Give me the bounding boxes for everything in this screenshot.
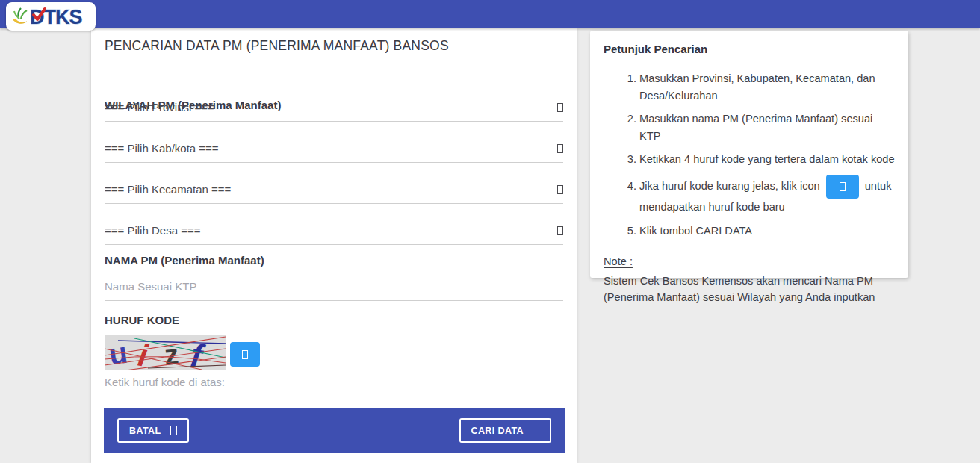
dropdown-caret-icon (557, 144, 563, 153)
logo-leaf-2 (21, 10, 27, 19)
top-navbar: DTKS (0, 0, 980, 28)
step-text: Klik tombol CARI DATA (639, 225, 752, 237)
captcha-code-input[interactable] (105, 370, 444, 394)
captcha-letter-3: z (163, 338, 180, 370)
captcha-image: u i z f (105, 335, 226, 370)
nama-pm-input[interactable] (105, 273, 563, 301)
instruction-step: Masukkan nama PM (Penerima Manfaat) sesu… (639, 111, 895, 144)
instructions-steps: Masukkan Provinsi, Kabupaten, Kecamatan,… (604, 70, 895, 239)
dropdown-caret-icon (557, 103, 563, 112)
dtks-logo-image: DTKS (9, 4, 93, 29)
cari-data-button[interactable]: CARI DATA (459, 418, 552, 443)
refresh-icon (840, 182, 846, 191)
logo-hand-shape (13, 19, 27, 24)
instructions-card: Petunjuk Pencarian Masukkan Provinsi, Ka… (590, 31, 908, 278)
captcha-letter-2: i (136, 338, 151, 370)
desa-select[interactable]: === Pilih Desa === (105, 217, 563, 245)
form-actions-bar: BATAL CARI DATA (104, 408, 565, 453)
captcha-refresh-example-button[interactable] (826, 175, 859, 199)
dropdown-caret-icon (557, 185, 563, 194)
step-text: Ketikkan 4 huruf kode yang tertera dalam… (639, 153, 895, 165)
desa-select-value: === Pilih Desa === (105, 224, 200, 237)
step-text: Masukkan Provinsi, Kabupaten, Kecamatan,… (639, 72, 875, 102)
note-text: Sistem Cek Bansos Kemensos akan mencari … (604, 273, 895, 306)
cancel-icon (170, 426, 177, 435)
dtks-logo[interactable]: DTKS (6, 2, 96, 31)
dropdown-caret-icon (557, 226, 563, 235)
instruction-step: Masukkan Provinsi, Kabupaten, Kecamatan,… (639, 70, 895, 104)
note-block: Note : Sistem Cek Bansos Kemensos akan m… (604, 254, 895, 306)
kabkota-select[interactable]: === Pilih Kab/kota === (105, 134, 563, 163)
search-icon (533, 426, 539, 435)
note-label: Note : (604, 254, 895, 270)
batal-button-label: BATAL (129, 426, 161, 436)
huruf-kode-label: HURUF KODE (105, 314, 179, 326)
instruction-step: Jika huruf kode kurang jelas, klik iconu… (639, 175, 895, 216)
instructions-title: Petunjuk Pencarian (604, 43, 895, 55)
kecamatan-select-value: === Pilih Kecamatan === (105, 183, 231, 196)
provinsi-select-value: === Pilih Provinsi === (105, 101, 214, 114)
instruction-step: Klik tombol CARI DATA (639, 223, 895, 240)
step-text: Masukkan nama PM (Penerima Manfaat) sesu… (639, 113, 872, 142)
step-text: Jika huruf kode kurang jelas, klik icon (639, 180, 820, 192)
nama-section-label: NAMA PM (Penerima Manfaat) (105, 254, 264, 267)
page-title: PENCARIAN DATA PM (PENERIMA MANFAAT) BAN… (105, 38, 449, 54)
kabkota-select-value: === Pilih Kab/kota === (105, 142, 219, 155)
captcha-refresh-button[interactable] (230, 342, 260, 367)
batal-button[interactable]: BATAL (117, 418, 189, 443)
refresh-icon (242, 350, 248, 359)
instruction-step: Ketikkan 4 huruf kode yang tertera dalam… (639, 151, 895, 168)
search-form-card: PENCARIAN DATA PM (PENERIMA MANFAAT) BAN… (91, 28, 577, 463)
cari-data-button-label: CARI DATA (471, 426, 524, 436)
provinsi-select[interactable]: === Pilih Provinsi === (105, 93, 563, 122)
kecamatan-select[interactable]: === Pilih Kecamatan === (105, 175, 563, 204)
